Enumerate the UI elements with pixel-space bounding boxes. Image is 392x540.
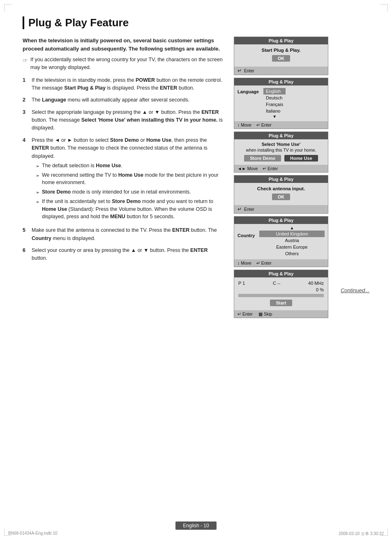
step-3-content: Select the appropriate language by press… <box>32 108 224 132</box>
panel6-body: P 1 C -- 40 MHz 0 % Start <box>234 277 328 310</box>
step-3: 3 Select the appropriate language by pre… <box>23 108 224 132</box>
left-col: When the television is initially powered… <box>23 37 224 267</box>
panel5-enter: ↵ Enter <box>256 261 272 265</box>
panel-start-plug-play: Plug & Play Start Plug & Play. OK ↵ Ente… <box>234 37 328 75</box>
note-item: ☞ If you accidentally select the wrong c… <box>23 56 224 72</box>
country-austria[interactable]: Austria <box>259 237 325 244</box>
panel1-text: Start Plug & Play. <box>238 48 324 53</box>
panel3-title1: Select 'Home Use' <box>238 142 325 147</box>
panel-antenna: Plug & Play Check antenna input. OK ↵ En… <box>234 175 328 214</box>
channel-c-label: C -- <box>273 281 280 286</box>
channel-bar <box>238 294 324 297</box>
step-1-num: 1 <box>23 76 28 92</box>
panel5-country-list: United Kingdom Austria Eastern Europe Ot… <box>259 231 325 257</box>
country-uk[interactable]: United Kingdom <box>259 231 325 237</box>
home-use-btn[interactable]: Home Use <box>284 155 318 162</box>
page-title: Plug & Play Feature <box>28 16 369 29</box>
step-1: 1 If the television is in standby mode, … <box>23 76 224 92</box>
step-2-content: The Language menu will automatically app… <box>32 96 224 104</box>
sub-item: ➢ The default selection is Home Use. <box>36 162 224 170</box>
steps-list: 1 If the television is in standby mode, … <box>23 76 224 263</box>
panel1-ok-btn[interactable]: OK <box>272 55 291 62</box>
footer-left: BN68-01434A-Eng.indb 10 <box>8 531 58 537</box>
channel-pct-val: 0 % <box>316 287 324 292</box>
panel4-footer: ↵ Enter <box>234 205 328 213</box>
step-6-content: Select your country or area by pressing … <box>32 247 224 263</box>
note-text: If you accidentally select the wrong cou… <box>30 56 224 72</box>
panel6-start-btn[interactable]: Start <box>270 300 292 306</box>
note-icon: ☞ <box>23 56 28 65</box>
country-eastern-europe[interactable]: Eastern Europe <box>259 244 325 250</box>
panel2-header: Plug & Play <box>234 78 328 85</box>
panel5-header: Plug & Play <box>234 217 328 224</box>
panel6-header: Plug & Play <box>234 270 328 277</box>
panel-channel-scan: Plug & Play P 1 C -- 40 MHz 0 % <box>234 270 328 318</box>
lang-italiano[interactable]: Italiano <box>263 108 286 114</box>
panel-country: Plug & Play Country ▲ United Kingdom Aus… <box>234 216 328 267</box>
panel2-body: Language English Deutsch Français Italia… <box>234 85 328 121</box>
step-6-num: 6 <box>23 247 28 263</box>
panel5-move: ↕ Move <box>238 261 251 265</box>
panel2-lang-list: English Deutsch Français Italiano <box>263 88 286 114</box>
step-4: 4 Press the ◄ or ► button to select Stor… <box>23 136 224 222</box>
panel3-header: Plug & Play <box>234 132 328 139</box>
lang-english[interactable]: English <box>263 88 286 95</box>
enter-icon: ↵ <box>238 68 242 74</box>
panel1-body: Start Plug & Play. OK <box>234 44 328 67</box>
sub-item: ➢ Store Demo mode is only intended for u… <box>36 188 224 196</box>
step-6: 6 Select your country or area by pressin… <box>23 247 224 263</box>
arrow-icon: ➢ <box>36 189 39 196</box>
step-4-num: 4 <box>23 136 28 222</box>
step-4-content: Press the ◄ or ► button to select Store … <box>32 136 224 222</box>
country-others[interactable]: Others <box>259 250 325 257</box>
step-2: 2 The Language menu will automatically a… <box>23 96 224 104</box>
footer-info: BN68-01434A-Eng.indb 10 2008-03-10 오후 3:… <box>8 531 384 537</box>
channel-freq: 40 MHz <box>308 281 324 286</box>
page-wrapper: Plug & Play Feature When the television … <box>0 0 392 335</box>
channel-pct-row: 0 % <box>238 287 324 292</box>
panel5-list-wrap: ▲ United Kingdom Austria Eastern Europe … <box>259 226 325 257</box>
panel3-footer: ◄► Move ↵ Enter <box>234 165 328 172</box>
continued-label: Continued... <box>341 287 369 293</box>
panel1-footer: ↵ Enter <box>234 67 328 75</box>
panel2-enter: ↵ Enter <box>256 122 272 127</box>
panel3-btns: Store Demo Home Use <box>238 155 325 162</box>
panel-store-home: Plug & Play Select 'Home Use' when insta… <box>234 132 328 173</box>
right-col: Plug & Play Start Plug & Play. OK ↵ Ente… <box>234 37 328 318</box>
panel4-text: Check antenna input. <box>238 186 324 191</box>
lang-arrow-down: ▼ <box>263 114 286 119</box>
step-5-content: Make sure that the antenna is connected … <box>32 226 224 242</box>
country-up-arrow: ▲ <box>259 226 325 230</box>
panel-language: Plug & Play Language English Deutsch Fra… <box>234 78 328 129</box>
enter-icon: ↵ <box>238 206 242 212</box>
panel4-ok-btn[interactable]: OK <box>272 194 291 200</box>
panel2-move: ↕ Move <box>238 122 251 127</box>
step-4-subs: ➢ The default selection is Home Use. ➢ W… <box>32 162 224 221</box>
bottom-label: English - 10 <box>175 522 216 530</box>
bottom-bar: English - 10 <box>0 522 392 530</box>
panel1-footer-enter: Enter <box>244 68 254 73</box>
intro-bold: When the television is initially powered… <box>23 37 224 53</box>
lang-deutsch[interactable]: Deutsch <box>263 95 286 101</box>
panel3-title2: when installing this TV in your home. <box>238 148 325 152</box>
store-demo-btn[interactable]: Store Demo <box>244 155 281 162</box>
panel6-btn-row: Start <box>238 300 324 306</box>
lang-francais[interactable]: Français <box>263 101 286 108</box>
channel-info-row: P 1 C -- 40 MHz <box>238 281 324 286</box>
panel2-lang-list-wrap: English Deutsch Français Italiano ▼ <box>263 88 286 119</box>
sub-item: ➢ We recommend setting the TV to Home Us… <box>36 171 224 187</box>
arrow-icon: ➢ <box>36 172 39 187</box>
channel-p-label: P 1 <box>238 281 245 286</box>
step-5: 5 Make sure that the antenna is connecte… <box>23 226 224 242</box>
panel6-enter: ↵ Enter <box>238 312 253 316</box>
arrow-icon: ➢ <box>36 198 39 221</box>
sub-item: ➢ If the unit is accidentally set to Sto… <box>36 198 224 221</box>
panel6-footer: ↵ Enter ▦ Skip <box>234 310 328 318</box>
panel2-footer: ↕ Move ↵ Enter <box>234 121 328 129</box>
content-columns: When the television is initially powered… <box>23 37 369 318</box>
arrow-icon: ➢ <box>36 163 39 170</box>
step-5-num: 5 <box>23 226 28 242</box>
panel5-country-label: Country <box>238 226 256 238</box>
panel4-btn-row: OK <box>238 194 324 200</box>
panel1-btn-row: OK <box>238 55 324 62</box>
